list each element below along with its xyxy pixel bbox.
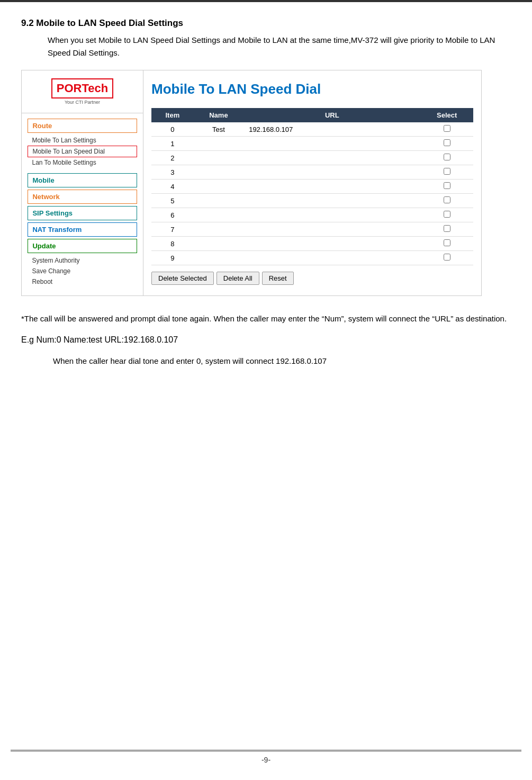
bottom-double-line — [11, 750, 521, 751]
logo-subtitle: Your CTI Partner — [51, 100, 113, 105]
bottom-area: -9- — [0, 750, 532, 764]
ui-panel: PORTech Your CTI Partner Route Mobile To… — [21, 70, 482, 296]
cell-item: 6 — [151, 208, 194, 222]
delete-selected-button[interactable]: Delete Selected — [151, 272, 214, 285]
sidebar-item-network[interactable]: Network — [28, 190, 137, 204]
row-checkbox[interactable] — [444, 225, 450, 232]
cell-name[interactable] — [194, 222, 244, 237]
table-row: 6 — [151, 208, 473, 222]
row-checkbox[interactable] — [444, 125, 450, 132]
col-header-item: Item — [151, 108, 194, 122]
cell-select[interactable] — [421, 208, 473, 222]
cell-select[interactable] — [421, 151, 473, 165]
table-row: 3 — [151, 165, 473, 180]
sidebar-item-mobile-to-lan-settings[interactable]: Mobile To Lan Settings — [28, 135, 137, 146]
cell-item: 9 — [151, 251, 194, 265]
sidebar-item-nat-transform[interactable]: NAT Transform — [28, 222, 137, 237]
cell-url[interactable] — [244, 208, 420, 222]
cell-name[interactable] — [194, 165, 244, 180]
logo-main: PORTech — [57, 82, 108, 95]
col-header-select: Select — [421, 108, 473, 122]
sidebar-submenu-system: System Authority Save Change Reboot — [28, 255, 137, 287]
sidebar-item-reboot[interactable]: Reboot — [28, 276, 137, 287]
table-row: 4 — [151, 180, 473, 194]
cell-url[interactable] — [244, 237, 420, 251]
delete-all-button[interactable]: Delete All — [217, 272, 259, 285]
cell-name[interactable] — [194, 137, 244, 151]
cell-select[interactable] — [421, 222, 473, 237]
page-number: -9- — [0, 756, 532, 764]
example-detail: When the caller hear dial tone and enter… — [53, 354, 511, 368]
sidebar: PORTech Your CTI Partner Route Mobile To… — [22, 70, 143, 295]
cell-item: 5 — [151, 194, 194, 208]
cell-select[interactable] — [421, 122, 473, 137]
sidebar-item-mobile-to-lan-speed-dial[interactable]: Mobile To Lan Speed Dial — [28, 146, 137, 157]
note-text: *The call will be answered and prompt di… — [21, 312, 511, 326]
cell-item: 4 — [151, 180, 194, 194]
sidebar-submenu-route: Mobile To Lan Settings Mobile To Lan Spe… — [28, 135, 137, 168]
cell-name[interactable] — [194, 194, 244, 208]
speed-dial-table: Item Name URL Select 0Test192.168.0.1071… — [151, 108, 473, 265]
cell-url[interactable] — [244, 165, 420, 180]
row-checkbox[interactable] — [444, 196, 450, 203]
table-row: 0Test192.168.0.107 — [151, 122, 473, 137]
table-row: 5 — [151, 194, 473, 208]
cell-item: 2 — [151, 151, 194, 165]
cell-item: 0 — [151, 122, 194, 137]
cell-name[interactable] — [194, 208, 244, 222]
cell-url[interactable] — [244, 137, 420, 151]
intro-text: When you set Mobile to LAN Speed Dial Se… — [48, 34, 511, 59]
table-row: 2 — [151, 151, 473, 165]
row-checkbox[interactable] — [444, 139, 450, 146]
cell-select[interactable] — [421, 180, 473, 194]
table-row: 9 — [151, 251, 473, 265]
reset-button[interactable]: Reset — [262, 272, 294, 285]
col-header-name: Name — [194, 108, 244, 122]
cell-name[interactable] — [194, 251, 244, 265]
cell-url[interactable] — [244, 222, 420, 237]
cell-name[interactable]: Test — [194, 122, 244, 137]
table-row: 8 — [151, 237, 473, 251]
sidebar-logo: PORTech Your CTI Partner — [22, 70, 143, 113]
row-checkbox[interactable] — [444, 182, 450, 189]
main-panel-title: Mobile To LAN Speed Dial — [151, 81, 473, 97]
row-checkbox[interactable] — [444, 168, 450, 175]
cell-name[interactable] — [194, 151, 244, 165]
row-checkbox[interactable] — [444, 154, 450, 160]
cell-url[interactable] — [244, 194, 420, 208]
row-checkbox[interactable] — [444, 211, 450, 218]
sidebar-item-lan-to-mobile-settings[interactable]: Lan To Mobile Settings — [28, 157, 137, 168]
cell-select[interactable] — [421, 237, 473, 251]
row-checkbox[interactable] — [444, 254, 450, 261]
sidebar-item-mobile[interactable]: Mobile — [28, 173, 137, 187]
footer-note: *The call will be answered and prompt di… — [21, 312, 511, 326]
cell-item: 3 — [151, 165, 194, 180]
cell-name[interactable] — [194, 180, 244, 194]
cell-select[interactable] — [421, 137, 473, 151]
cell-select[interactable] — [421, 251, 473, 265]
sidebar-item-sip-settings[interactable]: SIP Settings — [28, 206, 137, 220]
sidebar-item-route[interactable]: Route — [28, 119, 137, 133]
sidebar-item-system-authority[interactable]: System Authority — [28, 255, 137, 266]
table-actions: Delete Selected Delete All Reset — [151, 272, 473, 285]
example-line: E.g Num:0 Name:test URL:192.168.0.107 — [21, 335, 511, 345]
section-title: 9.2 Mobile to LAN Speed Dial Settings — [21, 18, 511, 29]
cell-item: 8 — [151, 237, 194, 251]
row-checkbox[interactable] — [444, 239, 450, 246]
sidebar-item-save-change[interactable]: Save Change — [28, 266, 137, 276]
sidebar-item-update[interactable]: Update — [28, 239, 137, 253]
main-area: Mobile To LAN Speed Dial Item Name URL S… — [143, 70, 481, 295]
cell-url[interactable] — [244, 251, 420, 265]
table-row: 1 — [151, 137, 473, 151]
cell-url[interactable] — [244, 180, 420, 194]
cell-item: 7 — [151, 222, 194, 237]
cell-url[interactable]: 192.168.0.107 — [244, 122, 420, 137]
cell-item: 1 — [151, 137, 194, 151]
cell-select[interactable] — [421, 194, 473, 208]
col-header-url: URL — [244, 108, 420, 122]
cell-url[interactable] — [244, 151, 420, 165]
table-row: 7 — [151, 222, 473, 237]
cell-name[interactable] — [194, 237, 244, 251]
cell-select[interactable] — [421, 165, 473, 180]
